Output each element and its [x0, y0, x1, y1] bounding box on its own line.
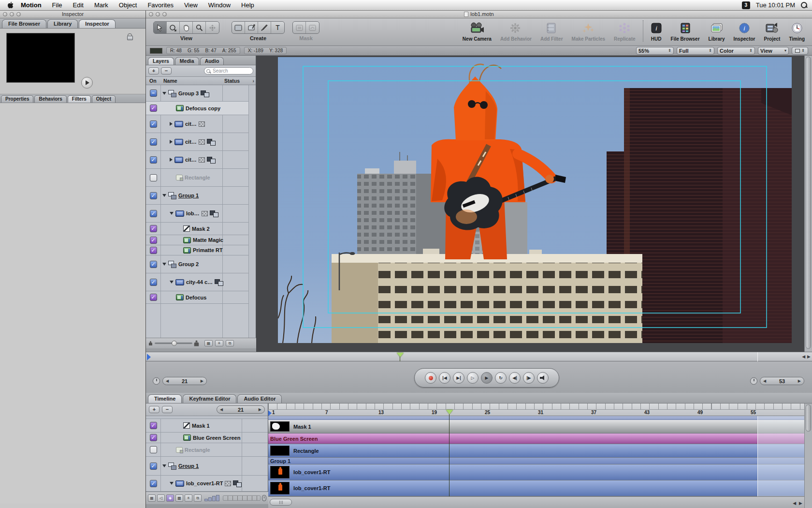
layer-checkbox[interactable]: ✓ [150, 192, 157, 199]
timeline-remove-button[interactable]: − [162, 406, 173, 413]
timecode-display-icon[interactable] [153, 377, 160, 385]
layer-row-group-1[interactable]: ✓Group 1 [146, 457, 268, 476]
inspector-titlebar[interactable]: Inspector [0, 11, 145, 18]
show-video-tracks-button[interactable]: ▦ [148, 494, 156, 502]
show-audio-tracks-button[interactable]: ◁ [157, 494, 165, 502]
pan-tool[interactable] [180, 22, 193, 33]
opacity-chip-icon[interactable] [202, 211, 208, 216]
close-button[interactable] [149, 12, 153, 16]
layer-checkbox[interactable] [150, 446, 157, 453]
menubar-clock[interactable]: Tue 10:01 PM [756, 1, 795, 9]
layer-row-rectangle[interactable]: Rectangle [146, 443, 268, 457]
subtab-behaviors[interactable]: Behaviors [34, 95, 66, 103]
preview-play-button[interactable] [81, 77, 93, 89]
lock-icon[interactable] [127, 33, 132, 39]
opacity-chip-icon[interactable] [199, 121, 205, 127]
duration-field[interactable]: ◀ 53 ▶ [760, 377, 804, 385]
layer-row-group-2[interactable]: ✓Group 2 [146, 255, 256, 273]
bezier-mask-tool[interactable] [306, 22, 319, 33]
zoom-button[interactable] [16, 12, 21, 16]
step-forward-button[interactable]: |▶ [523, 372, 535, 384]
disclosure-triangle[interactable] [162, 194, 166, 197]
disclosure-triangle[interactable] [170, 158, 173, 162]
go-to-start-button[interactable]: |◀ [439, 372, 450, 384]
tab-audio[interactable]: Audio [200, 57, 224, 65]
record-button[interactable] [425, 372, 436, 384]
layer-checkbox[interactable]: ✓ [150, 422, 157, 429]
blend-mode-icon[interactable] [201, 90, 209, 96]
tab-library[interactable]: Library [47, 19, 78, 28]
tab-file-browser[interactable]: File Browser [2, 19, 46, 28]
zoom-button[interactable] [162, 12, 167, 16]
paint-stroke-tool[interactable] [258, 22, 271, 33]
timeline-zoom-slider[interactable] [223, 495, 261, 501]
adjust-3d-tool[interactable] [167, 22, 180, 33]
track-bar-blue-green-screen[interactable]: Blue Green Screen [268, 433, 804, 444]
loop-button[interactable]: ↻ [495, 372, 507, 384]
layer-checkbox[interactable] [150, 174, 157, 181]
show-masks-button[interactable]: ▩ [175, 494, 183, 502]
layer-row-city-44-c-[interactable]: ✓city-44 c… [146, 273, 256, 291]
show-filters-button[interactable]: ✳ [215, 340, 223, 346]
spotlight-icon[interactable] [801, 2, 807, 8]
duration-up-arrow[interactable]: ▶ [798, 379, 801, 383]
menu-edit[interactable]: Edit [68, 0, 89, 11]
menu-window[interactable]: Window [203, 0, 236, 11]
disclosure-triangle[interactable] [170, 482, 174, 485]
step-back-button[interactable]: ◀| [509, 372, 521, 384]
timing-button[interactable]: Timing [784, 21, 809, 42]
layer-checkbox[interactable]: ✓ [150, 225, 157, 232]
show-keyframes-button[interactable]: ◈ [166, 494, 174, 502]
track-bar-mask-1[interactable]: Mask 1 [268, 420, 804, 433]
disclosure-triangle[interactable] [170, 140, 173, 144]
canvas-vertical-scrollbar[interactable] [804, 56, 812, 352]
text-tool[interactable]: T [271, 22, 284, 33]
play-range-start-marker[interactable] [147, 354, 151, 360]
file-browser-button[interactable]: File Browser [667, 21, 704, 42]
tab-timeline[interactable]: Timeline [148, 394, 182, 403]
blend-mode-icon[interactable] [233, 480, 241, 486]
layer-checkbox[interactable]: ✓ [150, 120, 157, 128]
opacity-chip-icon[interactable] [199, 139, 205, 145]
layer-row-matte-magic[interactable]: ✓Matte Magic [146, 235, 256, 245]
menu-mark[interactable]: Mark [89, 0, 114, 11]
project-titlebar[interactable]: lob1.motn [146, 11, 812, 18]
disclosure-triangle[interactable] [162, 464, 166, 467]
close-button[interactable] [3, 12, 7, 16]
disclosure-triangle[interactable] [170, 281, 174, 284]
minimize-button[interactable] [156, 12, 160, 16]
layer-row-defocus[interactable]: ✓Defocus [146, 291, 256, 304]
timeline-playhead[interactable] [446, 410, 453, 414]
layer-checkbox[interactable]: ✓ [150, 247, 157, 254]
scrub-right-arrow[interactable]: ▶ [807, 354, 811, 359]
disclosure-triangle[interactable] [162, 92, 166, 95]
show-overlaps-button[interactable]: ⧉ [194, 494, 202, 502]
menu-file[interactable]: File [47, 0, 68, 11]
frame-up-arrow[interactable]: ▶ [201, 379, 203, 383]
new-camera-button[interactable]: New Camera [458, 21, 496, 42]
play-button[interactable]: ▶ [481, 372, 493, 384]
layer-row-lob-cover1-rt[interactable]: ✓lob_cover1-RT [146, 476, 268, 492]
blend-mode-icon[interactable] [207, 139, 215, 145]
make-particles-button[interactable]: Make Particles [567, 21, 610, 42]
track-bar-lob-cover1-rt[interactable]: lob_cover1-RT [268, 464, 804, 480]
window-layout-popup[interactable]: ⇕ [792, 47, 808, 55]
layer-row-cit-[interactable]: ✓cit… [146, 115, 256, 133]
blend-mode-icon[interactable] [207, 157, 215, 163]
menu-object[interactable]: Object [114, 0, 143, 11]
timeline-frame-field[interactable]: ◀ 21 ▶ [217, 405, 265, 414]
timeline-ruler[interactable]: 171319253137434955 [268, 403, 804, 416]
menu-favorites[interactable]: Favorites [142, 0, 178, 11]
add-layer-button[interactable]: + [148, 67, 159, 75]
remove-layer-button[interactable]: − [161, 67, 172, 75]
timeline-vertical-scrollbar[interactable] [804, 403, 812, 508]
track-height-control[interactable] [204, 495, 219, 501]
layer-checkbox[interactable]: ✓ [150, 210, 157, 217]
layer-checkbox[interactable]: ✓ [150, 480, 157, 487]
scrollbar-thumb[interactable] [270, 499, 292, 506]
layer-checkbox[interactable]: ✓ [150, 156, 157, 164]
timeline-scroll-right[interactable]: ▶ [799, 501, 802, 506]
blend-mode-icon[interactable] [215, 279, 223, 285]
layer-row-mask-2[interactable]: ✓Mask 2 [146, 223, 256, 235]
project-button[interactable]: Project [760, 21, 785, 42]
